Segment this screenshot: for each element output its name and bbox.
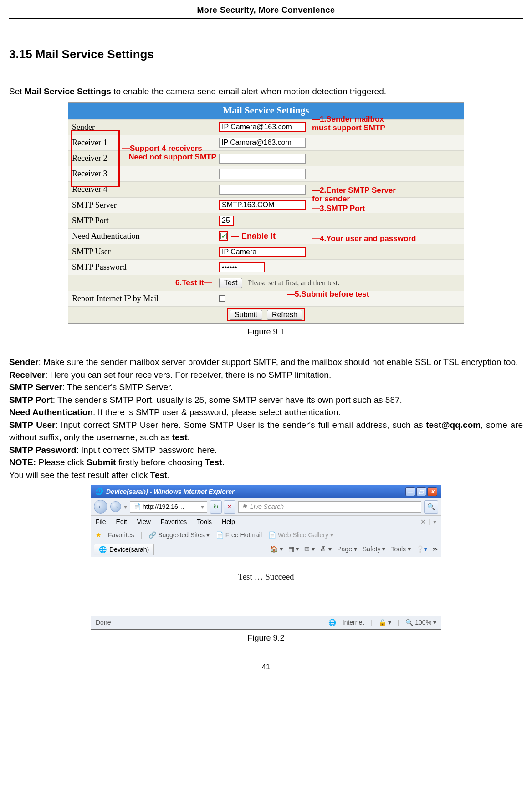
menu-view[interactable]: View: [137, 518, 151, 527]
status-internet: Internet: [343, 618, 364, 627]
page-number: 41: [9, 662, 523, 672]
feeds-button[interactable]: ▦ ▾: [288, 545, 299, 554]
label-smtp-password: SMTP Password: [68, 260, 216, 275]
desc-port-b: SMTP Port: [9, 395, 53, 405]
fav-web-slice[interactable]: 📄 Web Slice Gallery ▾: [268, 531, 333, 540]
ie-status-bar: Done 🌐 Internet | 🔒 ▾ | 🔍 100% ▾: [91, 616, 441, 629]
desc-auth-t: : If there is SMTP user & password, plea…: [93, 407, 341, 417]
search-go-button[interactable]: 🔍: [424, 500, 438, 514]
tools-menu[interactable]: Tools ▾: [391, 545, 411, 554]
close-button[interactable]: ✕: [427, 487, 437, 496]
figure-9-2-wrap: 🌐 Device(sarah) - Windows Internet Explo…: [9, 485, 523, 644]
search-box[interactable]: ⚑ Live Search: [238, 501, 421, 513]
page-menu[interactable]: Page ▾: [337, 545, 357, 554]
page-icon: 📄: [133, 503, 141, 512]
intro-prefix: Set: [9, 87, 25, 96]
input-smtp-password[interactable]: [219, 262, 265, 272]
help-button[interactable]: ❔▾: [416, 545, 427, 554]
row-smtp-user: SMTP User: [68, 244, 464, 259]
input-receiver-4[interactable]: [219, 185, 306, 195]
print-button[interactable]: 🖶 ▾: [320, 545, 332, 554]
favorites-label[interactable]: Favorites: [108, 531, 134, 540]
address-bar[interactable]: 📄 http://192.16… ▾: [130, 501, 207, 513]
stop-icon: ✕: [227, 503, 232, 512]
home-button[interactable]: 🏠 ▾: [270, 545, 283, 554]
refresh-page-button[interactable]: ↻: [210, 500, 222, 514]
menu-favorites[interactable]: Favorites: [161, 518, 187, 527]
zoom-control[interactable]: 🔍 100% ▾: [405, 618, 436, 627]
page-header: More Security, More Convenience: [9, 5, 523, 19]
figure-9-2-caption: Figure 9.2: [9, 632, 523, 644]
browser-tab[interactable]: 🌐 Device(sarah): [94, 544, 154, 556]
desc-receiver-t: : Here you can set four receivers. For r…: [45, 370, 331, 380]
nav-dropdown-icon[interactable]: ▾: [124, 503, 127, 512]
refresh-button[interactable]: Refresh: [267, 310, 302, 320]
test-button[interactable]: Test: [219, 278, 242, 288]
ie-window-buttons: — ▢ ✕: [405, 487, 437, 496]
desc-note-t1: Please click: [36, 457, 87, 467]
label-smtp-port: SMTP Port: [68, 213, 216, 228]
menu-edit[interactable]: Edit: [116, 518, 127, 527]
intro-bold: Mail Service Settings: [25, 87, 111, 96]
mail-button[interactable]: ✉ ▾: [304, 545, 315, 554]
label-smtp-server: SMTP Server: [68, 198, 216, 213]
input-receiver-3[interactable]: [219, 169, 306, 179]
submit-button[interactable]: Submit: [230, 310, 262, 320]
favorites-star-icon: ★: [96, 531, 102, 540]
row-receiver-3: Receiver 3: [68, 166, 464, 181]
ie-favorites-bar: ★ Favorites | 🔗 Suggested Sites ▾ 📄 Free…: [91, 529, 441, 542]
checkbox-auth-wrap: [219, 231, 228, 241]
desc-note-b: NOTE:: [9, 457, 36, 467]
desc-post-t1: You will see the test result after click: [9, 470, 150, 480]
ie-logo-icon: 🌐: [95, 488, 102, 497]
checkbox-auth[interactable]: [220, 233, 227, 239]
desc-auth-b: Need Authentication: [9, 407, 93, 417]
tab-favicon: 🌐: [99, 545, 107, 555]
input-smtp-port[interactable]: [219, 216, 234, 226]
annotation-6-test-it: 6.Test it—: [175, 278, 212, 287]
menubar-close[interactable]: ✕ | ▾: [420, 518, 436, 527]
url-dropdown-icon[interactable]: ▾: [201, 503, 204, 512]
checkbox-report-ip[interactable]: [219, 295, 225, 302]
desc-port-t: : The sender's SMTP Port, usually is 25,…: [53, 395, 402, 405]
forward-button[interactable]: →: [110, 501, 121, 512]
menu-help[interactable]: Help: [222, 518, 235, 527]
input-receiver-2[interactable]: [219, 154, 306, 164]
desc-note-t2: Submit: [87, 457, 116, 467]
intro-suffix: to enable the camera send email alert wh…: [111, 87, 386, 96]
test-result-text: Test … Succeed: [238, 572, 294, 581]
refresh-icon: ↻: [213, 503, 219, 512]
fav-suggested-sites[interactable]: 🔗 Suggested Sites ▾: [148, 531, 210, 540]
figure-9-1-caption: Figure 9.1: [9, 326, 523, 338]
desc-server-b: SMTP Server: [9, 382, 62, 392]
row-receiver-4: Receiver 4: [68, 181, 464, 197]
overflow-chevron-icon[interactable]: ≫: [433, 546, 438, 553]
menu-tools[interactable]: Tools: [197, 518, 212, 527]
mail-settings-panel: Mail Service Settings Sender Receiver 1 …: [68, 102, 464, 324]
desc-post-t3: .: [167, 470, 169, 480]
protected-mode-icon[interactable]: 🔒 ▾: [379, 618, 391, 627]
annotation-1: —1.Sender mailbox must support SMTP: [312, 115, 403, 132]
safety-menu[interactable]: Safety ▾: [363, 545, 386, 554]
status-done: Done: [96, 618, 111, 627]
annotation-enable-it: — Enable it: [231, 231, 276, 242]
input-receiver-1[interactable]: [219, 138, 306, 148]
row-smtp-server: SMTP Server: [68, 197, 464, 213]
input-smtp-server[interactable]: [219, 200, 306, 210]
panel-title: Mail Service Settings: [68, 103, 464, 119]
maximize-button[interactable]: ▢: [416, 487, 426, 496]
input-smtp-user[interactable]: [219, 247, 306, 257]
desc-post-t2: Test: [150, 470, 168, 480]
desc-pass-b: SMTP Password: [9, 445, 76, 455]
minimize-button[interactable]: —: [405, 487, 415, 496]
back-button[interactable]: ←: [94, 500, 107, 514]
row-smtp-password: SMTP Password: [68, 259, 464, 275]
annotation-receivers-text: —Support 4 receivers Need not support SM…: [122, 144, 216, 161]
annotation-4: —4.Your user and password: [312, 235, 416, 243]
fav-free-hotmail[interactable]: 📄 Free Hotmail: [216, 531, 262, 540]
input-sender[interactable]: [219, 122, 306, 132]
row-buttons: Submit Refresh: [68, 306, 464, 323]
stop-button[interactable]: ✕: [224, 500, 235, 514]
label-smtp-user: SMTP User: [68, 244, 216, 259]
menu-file[interactable]: File: [96, 518, 106, 527]
